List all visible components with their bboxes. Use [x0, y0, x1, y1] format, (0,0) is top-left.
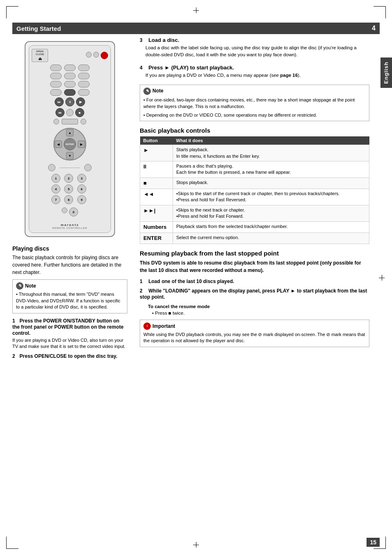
note-icon: ✎ — [16, 282, 23, 290]
remote-oval-5 — [64, 73, 76, 79]
step-1: 1 Press the POWER ON/STANDBY button on t… — [12, 318, 127, 350]
note-bullet2: Depending on the DVD or VIDEO CD, some o… — [146, 113, 317, 117]
remote-oval-9 — [78, 81, 90, 88]
page-container: Getting Started 4 English OPEN/CLOSE ⏏ — [0, 0, 392, 555]
remote-extra-btn — [62, 207, 67, 213]
left-note-bullet: • Throughout this manual, the term "DVD"… — [16, 291, 124, 310]
remote-subtitle: REMOTE CONTROLLER — [52, 227, 87, 229]
num-btn-7: 7 — [51, 195, 60, 204]
d-pad-left: ◀ — [55, 140, 62, 148]
num-btn-0: 0 — [69, 207, 78, 216]
resume-step2-num: 2 — [140, 288, 143, 294]
remote-small-1 — [53, 119, 59, 124]
corner-mark-tl — [6, 6, 18, 18]
d-pad-right: ▶ — [78, 140, 85, 148]
num-btn-1: 1 — [51, 174, 60, 183]
remote-brand-area: marantz REMOTE CONTROLLER — [52, 221, 87, 229]
step3-num: 3 — [140, 37, 143, 43]
right-note-bullets: • For one-sided, two-layer discs contain… — [143, 97, 366, 119]
d-pad: ENTER ▲ ▼ ◀ ▶ — [53, 128, 86, 161]
resume-title: Resuming playback from the last stopped … — [140, 250, 369, 257]
table-cell-description: •Skips to the start of the current track… — [173, 189, 369, 205]
page-ref: page 16 — [280, 73, 298, 78]
table-cell-button: ENTER — [140, 233, 173, 244]
page-title: Getting Started — [16, 25, 61, 32]
skip-prev-btn: ⏮ — [55, 108, 65, 117]
remote-top: OPEN/CLOSE ⏏ — [32, 49, 108, 62]
num-btn-8: 8 — [64, 195, 73, 204]
top-buttons — [86, 52, 108, 59]
remote-oval-4 — [50, 73, 62, 79]
remote-btn-2 — [93, 52, 99, 58]
remote-oval-3 — [78, 64, 90, 71]
cancel-resume-bullet: • Press ■ twice. — [152, 311, 369, 315]
btn-row-1 — [32, 64, 108, 71]
remote-oval-dark — [64, 89, 76, 96]
step4-body: If you are playing a DVD or Video CD, a … — [145, 72, 369, 79]
step1-num: 1 — [12, 318, 15, 324]
number-grid: 1 2 3 4 5 6 7 8 9 — [51, 174, 88, 204]
table-cell-button: ► — [140, 145, 173, 161]
resume-step1-title: Load one of the last 10 discs played. — [148, 279, 234, 284]
remote-oval-1 — [50, 64, 62, 71]
table-cell-button: ◄◄ — [140, 189, 173, 205]
playing-discs-title: Playing discs — [12, 245, 127, 252]
side-btns-row — [32, 164, 108, 171]
left-note-label: Note — [25, 283, 36, 290]
remote-oval-2 — [64, 64, 76, 71]
step-4: 4 Press ► (PLAY) to start playback. If y… — [140, 64, 369, 79]
remote-btn-light — [66, 109, 74, 116]
table-cell-button: Numbers — [140, 221, 173, 233]
btn-row-4 — [32, 89, 108, 96]
playback-row-2: ⏮ ■ — [32, 108, 108, 117]
playback-table: Button What it does ►Starts playback.In … — [140, 136, 369, 244]
right-column: 3 Load a disc. Load a disc with the labe… — [140, 37, 369, 351]
language-tab: English — [380, 58, 392, 88]
num-btn-9: 9 — [77, 195, 86, 204]
num-btn-4: 4 — [51, 184, 60, 193]
remote-small-2 — [81, 119, 86, 124]
remote-oval-8 — [64, 81, 76, 88]
remote-oval-11 — [78, 89, 90, 96]
table-cell-description: •Skips to the next track or chapter.•Pre… — [173, 205, 369, 221]
left-column: OPEN/CLOSE ⏏ — [12, 41, 127, 362]
open-close-label: OPEN/CLOSE — [34, 50, 46, 56]
num-btn-2: 2 — [64, 174, 73, 183]
cross-mark-right — [379, 275, 385, 281]
remote-brand: marantz — [52, 223, 87, 227]
left-note-box: ✎ Note • Throughout this manual, the ter… — [12, 279, 127, 313]
table-cell-description: Pauses a disc that's playing.Each time t… — [173, 161, 369, 178]
step1-title: Press the POWER ON/STANDBY button on the… — [12, 318, 124, 336]
resume-step2-title: While "LOADING" appears on the display p… — [140, 288, 367, 300]
btn-row-3 — [32, 81, 108, 88]
side-btn-1 — [48, 164, 55, 171]
divider-line — [60, 168, 80, 168]
cross-mark-bottom — [193, 542, 199, 548]
right-note-icon: ✎ — [143, 88, 151, 95]
play-btn: ▶ — [76, 97, 85, 106]
remote-wide-btn — [62, 119, 78, 124]
table-cell-description: Playback starts from the selected track/… — [173, 221, 369, 233]
remote-illustration: OPEN/CLOSE ⏏ — [25, 41, 115, 237]
table-cell-button: ►►| — [140, 205, 173, 221]
open-close-button: OPEN/CLOSE ⏏ — [32, 49, 48, 62]
important-text: While using the DVD playback controls, y… — [143, 332, 366, 344]
important-box: ! Important While using the DVD playback… — [140, 320, 369, 347]
remote-oval-7 — [50, 81, 62, 88]
important-header: ! Important — [143, 322, 366, 330]
cancel-resume-title: To cancel the resume mode — [148, 304, 369, 309]
resume-step-1: 1 Load one of the last 10 discs played. — [140, 278, 369, 284]
step3-header: 3 Load a disc. — [140, 37, 369, 43]
step4-num: 4 — [140, 65, 143, 71]
step4-title: Press ► (PLAY) to start playback. — [148, 64, 234, 71]
step1-body: If you are playing a DVD or Video CD, al… — [12, 337, 127, 350]
side-btn-2 — [84, 164, 92, 171]
num-btn-5: 5 — [64, 184, 73, 193]
step-3: 3 Load a disc. Load a disc with the labe… — [140, 37, 369, 59]
step-2: 2 Press OPEN/CLOSE to open the disc tray… — [12, 353, 127, 359]
important-icon: ! — [143, 322, 151, 330]
num-btn-3: 3 — [77, 174, 86, 183]
chapter-number: 4 — [372, 25, 376, 32]
stop-btn: ■ — [75, 108, 84, 117]
step4-header: 4 Press ► (PLAY) to start playback. — [140, 64, 369, 71]
